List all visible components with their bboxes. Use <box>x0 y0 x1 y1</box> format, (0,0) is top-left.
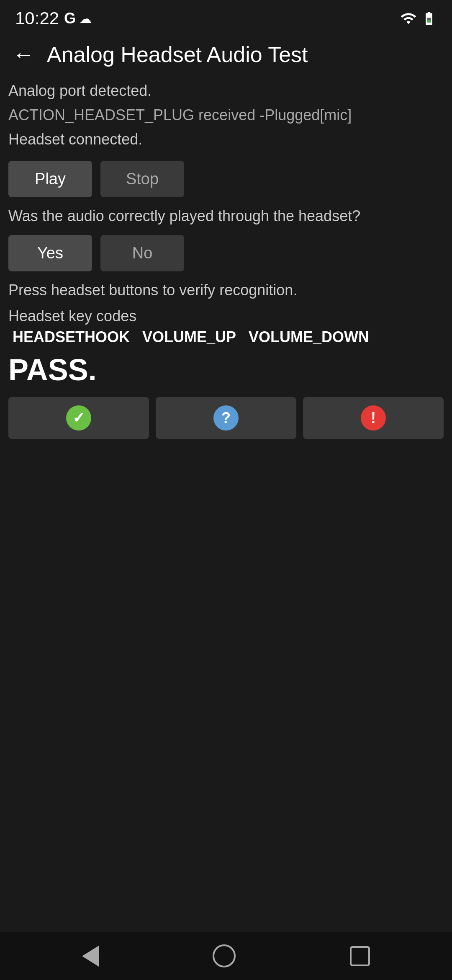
status-right <box>400 10 437 27</box>
no-button[interactable]: No <box>100 235 184 271</box>
cloud-icon: ☁ <box>79 11 92 26</box>
key-code-headsethook: HEADSETHOOK <box>13 328 130 346</box>
nav-bar <box>0 932 452 980</box>
question-icon: ? <box>213 405 239 431</box>
main-content: Analog port detected. ACTION_HEADSET_PLU… <box>0 75 452 980</box>
log-line-1: Analog port detected. <box>8 80 444 102</box>
google-icon: G <box>64 10 76 27</box>
status-icons-left: G ☁ <box>64 10 92 27</box>
info-action-button[interactable]: ? <box>156 397 296 439</box>
fail-action-button[interactable]: ! <box>303 397 444 439</box>
nav-back-button[interactable] <box>82 946 99 967</box>
action-buttons-row: ✓ ? ! <box>8 397 444 439</box>
log-line-3: Headset connected. <box>8 128 444 151</box>
pass-action-button[interactable]: ✓ <box>8 397 149 439</box>
status-bar: 10:22 G ☁ <box>0 0 452 34</box>
recents-nav-icon <box>350 946 370 966</box>
stop-button[interactable]: Stop <box>100 161 184 197</box>
checkmark-icon: ✓ <box>66 405 91 431</box>
back-button[interactable]: ← <box>13 42 34 67</box>
status-time: 10:22 <box>15 8 59 28</box>
battery-icon <box>421 10 437 26</box>
play-stop-row: Play Stop <box>8 161 444 197</box>
yes-button[interactable]: Yes <box>8 235 92 271</box>
key-code-volume-down: VOLUME_DOWN <box>249 328 369 346</box>
nav-recents-button[interactable] <box>350 946 370 966</box>
info-line-1: Press headset buttons to verify recognit… <box>8 281 444 299</box>
toolbar: ← Analog Headset Audio Test <box>0 34 452 75</box>
page-title: Analog Headset Audio Test <box>47 42 308 67</box>
play-button[interactable]: Play <box>8 161 92 197</box>
exclamation-icon: ! <box>361 405 386 431</box>
svg-rect-2 <box>427 20 431 22</box>
log-line-2: ACTION_HEADSET_PLUG received -Plugged[mi… <box>8 104 444 126</box>
yes-no-row: Yes No <box>8 235 444 271</box>
pass-label: PASS. <box>8 353 444 387</box>
key-code-volume-up: VOLUME_UP <box>142 328 236 346</box>
info-line-2: Headset key codes <box>8 307 444 325</box>
back-nav-icon <box>82 946 99 967</box>
key-codes-row: HEADSETHOOK VOLUME_UP VOLUME_DOWN <box>13 328 444 346</box>
audio-question: Was the audio correctly played through t… <box>8 207 444 225</box>
nav-home-button[interactable] <box>213 944 236 967</box>
status-left: 10:22 G ☁ <box>15 8 92 28</box>
home-nav-icon <box>213 944 236 967</box>
wifi-icon <box>400 10 417 27</box>
